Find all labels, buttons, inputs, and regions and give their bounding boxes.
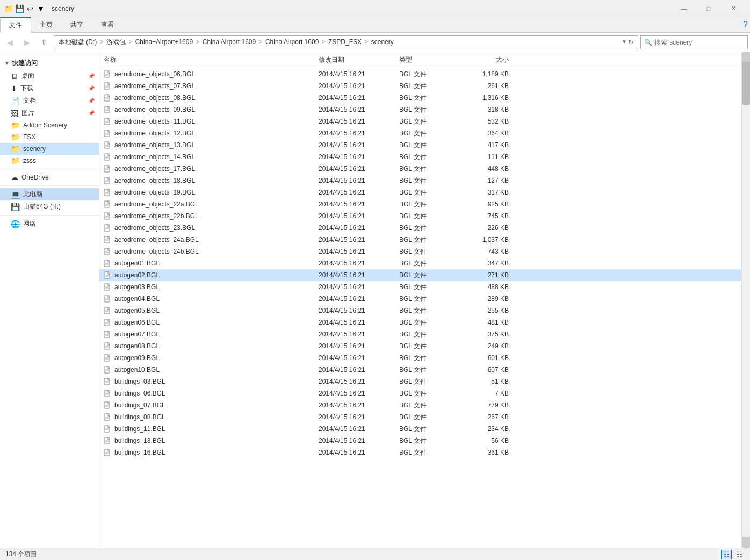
file-icon bbox=[104, 271, 112, 279]
sidebar-item-zsss[interactable]: 📁 zsss bbox=[0, 155, 99, 167]
details-view-button[interactable]: ☷ bbox=[721, 550, 732, 559]
col-header-name[interactable]: 名称 bbox=[99, 54, 314, 66]
table-row[interactable]: aerodrome_objects_22b.BGL 2014/4/15 16:2… bbox=[99, 210, 741, 222]
addr-drive[interactable]: 本地磁盘 (D:) bbox=[59, 38, 97, 46]
file-date: 2014/4/15 16:21 bbox=[314, 224, 395, 232]
file-size: 56 KB bbox=[459, 437, 513, 444]
close-button[interactable]: ✕ bbox=[721, 0, 746, 17]
table-row[interactable]: buildings_03.BGL 2014/4/15 16:21 BGL 文件 … bbox=[99, 376, 741, 387]
tab-share[interactable]: 共享 bbox=[62, 17, 92, 32]
table-row[interactable]: autogen01.BGL 2014/4/15 16:21 BGL 文件 347… bbox=[99, 257, 741, 269]
redo-icon[interactable]: ▼ bbox=[37, 4, 45, 13]
table-row[interactable]: autogen06.BGL 2014/4/15 16:21 BGL 文件 481… bbox=[99, 317, 741, 328]
sidebar-item-onedrive[interactable]: ☁ OneDrive bbox=[0, 171, 99, 183]
tab-view[interactable]: 查看 bbox=[92, 17, 123, 32]
file-size: 255 KB bbox=[459, 307, 513, 314]
sidebar-item-this-pc[interactable]: 💻 此电脑 bbox=[0, 188, 99, 200]
table-row[interactable]: aerodrome_objects_24a.BGL 2014/4/15 16:2… bbox=[99, 234, 741, 246]
table-row[interactable]: autogen02.BGL 2014/4/15 16:21 BGL 文件 271… bbox=[99, 269, 741, 281]
back-button[interactable]: ◀ bbox=[2, 35, 17, 50]
table-row[interactable]: autogen09.BGL 2014/4/15 16:21 BGL 文件 601… bbox=[99, 352, 741, 364]
table-row[interactable]: buildings_08.BGL 2014/4/15 16:21 BGL 文件 … bbox=[99, 411, 741, 423]
file-type: BGL 文件 bbox=[395, 377, 459, 386]
table-row[interactable]: aerodrome_objects_08.BGL 2014/4/15 16:21… bbox=[99, 92, 741, 104]
file-date: 2014/4/15 16:21 bbox=[314, 437, 395, 444]
addr-refresh-icon[interactable]: ↻ bbox=[628, 39, 633, 46]
table-row[interactable]: aerodrome_objects_12.BGL 2014/4/15 16:21… bbox=[99, 127, 741, 139]
maximize-button[interactable]: □ bbox=[696, 0, 721, 17]
col-header-size[interactable]: 大小 bbox=[459, 54, 513, 66]
table-row[interactable]: aerodrome_objects_13.BGL 2014/4/15 16:21… bbox=[99, 139, 741, 151]
file-icon bbox=[104, 141, 112, 149]
table-row[interactable]: buildings_13.BGL 2014/4/15 16:21 BGL 文件 … bbox=[99, 435, 741, 447]
table-row[interactable]: autogen05.BGL 2014/4/15 16:21 BGL 文件 255… bbox=[99, 305, 741, 317]
table-row[interactable]: aerodrome_objects_18.BGL 2014/4/15 16:21… bbox=[99, 175, 741, 186]
addr-zspd[interactable]: ZSPD_FSX bbox=[328, 38, 362, 46]
file-size: 249 KB bbox=[459, 342, 513, 350]
table-row[interactable]: aerodrome_objects_11.BGL 2014/4/15 16:21… bbox=[99, 116, 741, 127]
sidebar-item-fsx[interactable]: 📁 FSX bbox=[0, 131, 99, 143]
tab-file[interactable]: 文件 bbox=[0, 17, 31, 33]
large-icons-view-button[interactable]: ☷ bbox=[734, 550, 745, 559]
file-name: autogen08.BGL bbox=[114, 342, 160, 350]
addr-scenery[interactable]: scenery bbox=[371, 38, 394, 46]
table-row[interactable]: buildings_06.BGL 2014/4/15 16:21 BGL 文件 … bbox=[99, 387, 741, 399]
table-row[interactable]: aerodrome_objects_07.BGL 2014/4/15 16:21… bbox=[99, 80, 741, 92]
table-row[interactable]: aerodrome_objects_23.BGL 2014/4/15 16:21… bbox=[99, 222, 741, 234]
sidebar-item-scenery[interactable]: 📁 scenery bbox=[0, 143, 99, 155]
sidebar-item-pictures[interactable]: 🖼 图片 📌 bbox=[0, 107, 99, 119]
search-box[interactable]: 🔍 bbox=[640, 35, 748, 49]
forward-button[interactable]: ▶ bbox=[19, 35, 34, 50]
tab-home[interactable]: 主页 bbox=[31, 17, 62, 32]
addr-china1[interactable]: China+Airport+1609 bbox=[135, 38, 193, 46]
pictures-icon: 🖼 bbox=[11, 109, 18, 118]
sidebar-item-addon-scenery[interactable]: 📁 Addon Scenery bbox=[0, 119, 99, 131]
help-icon[interactable]: ? bbox=[743, 20, 748, 30]
pin-icon: 📌 bbox=[88, 98, 95, 104]
addr-china3[interactable]: China Airport 1609 bbox=[265, 38, 319, 46]
sidebar-item-desktop[interactable]: 🖥 桌面 📌 bbox=[0, 70, 99, 82]
folder-icon: 📁 bbox=[11, 121, 20, 130]
up-button[interactable]: ⇧ bbox=[37, 35, 52, 50]
table-row[interactable]: aerodrome_objects_22a.BGL 2014/4/15 16:2… bbox=[99, 198, 741, 210]
table-row[interactable]: aerodrome_objects_09.BGL 2014/4/15 16:21… bbox=[99, 104, 741, 116]
search-input[interactable] bbox=[654, 39, 744, 46]
table-row[interactable]: aerodrome_objects_19.BGL 2014/4/15 16:21… bbox=[99, 186, 741, 198]
addr-dropdown-icon[interactable]: ▼ bbox=[622, 39, 627, 46]
undo-icon[interactable]: ↩ bbox=[26, 4, 34, 13]
table-row[interactable]: autogen03.BGL 2014/4/15 16:21 BGL 文件 488… bbox=[99, 281, 741, 293]
address-bar[interactable]: 本地磁盘 (D:) > 游戏包 > China+Airport+1609 > C… bbox=[54, 35, 638, 49]
table-row[interactable]: autogen10.BGL 2014/4/15 16:21 BGL 文件 607… bbox=[99, 364, 741, 376]
sidebar-item-downloads[interactable]: ⬇ 下载 📌 bbox=[0, 82, 99, 95]
file-icon bbox=[104, 425, 112, 433]
file-date: 2014/4/15 16:21 bbox=[314, 366, 395, 374]
sidebar-item-h-drive[interactable]: 💾 山猫64G (H:) bbox=[0, 200, 99, 213]
file-icon bbox=[104, 153, 112, 161]
file-icon bbox=[104, 331, 112, 339]
sidebar-divider3 bbox=[0, 215, 99, 216]
table-row[interactable]: aerodrome_objects_24b.BGL 2014/4/15 16:2… bbox=[99, 246, 741, 257]
col-header-date[interactable]: 修改日期 bbox=[314, 54, 395, 66]
network-icon: 🌐 bbox=[11, 220, 20, 228]
table-row[interactable]: autogen07.BGL 2014/4/15 16:21 BGL 文件 375… bbox=[99, 328, 741, 340]
save-icon[interactable]: 💾 bbox=[15, 4, 24, 13]
file-date: 2014/4/15 16:21 bbox=[314, 200, 395, 208]
table-row[interactable]: buildings_11.BGL 2014/4/15 16:21 BGL 文件 … bbox=[99, 423, 741, 435]
table-row[interactable]: aerodrome_objects_14.BGL 2014/4/15 16:21… bbox=[99, 151, 741, 163]
file-date: 2014/4/15 16:21 bbox=[314, 342, 395, 350]
addr-games[interactable]: 游戏包 bbox=[106, 38, 126, 46]
sidebar-item-network[interactable]: 🌐 网络 bbox=[0, 218, 99, 230]
scrollbar[interactable] bbox=[741, 52, 750, 548]
file-type: BGL 文件 bbox=[395, 188, 459, 197]
table-row[interactable]: autogen04.BGL 2014/4/15 16:21 BGL 文件 289… bbox=[99, 293, 741, 305]
table-row[interactable]: autogen08.BGL 2014/4/15 16:21 BGL 文件 249… bbox=[99, 340, 741, 352]
table-row[interactable]: aerodrome_objects_17.BGL 2014/4/15 16:21… bbox=[99, 163, 741, 175]
table-row[interactable]: buildings_16.BGL 2014/4/15 16:21 BGL 文件 … bbox=[99, 447, 741, 458]
minimize-button[interactable]: — bbox=[672, 0, 696, 17]
table-row[interactable]: aerodrome_objects_06.BGL 2014/4/15 16:21… bbox=[99, 68, 741, 80]
col-header-type[interactable]: 类型 bbox=[395, 54, 459, 66]
quick-access-header[interactable]: ▼ 快速访问 bbox=[0, 56, 99, 70]
addr-china2[interactable]: China Airport 1609 bbox=[203, 38, 256, 46]
table-row[interactable]: buildings_07.BGL 2014/4/15 16:21 BGL 文件 … bbox=[99, 399, 741, 411]
sidebar-item-documents[interactable]: 📄 文档 📌 bbox=[0, 95, 99, 107]
